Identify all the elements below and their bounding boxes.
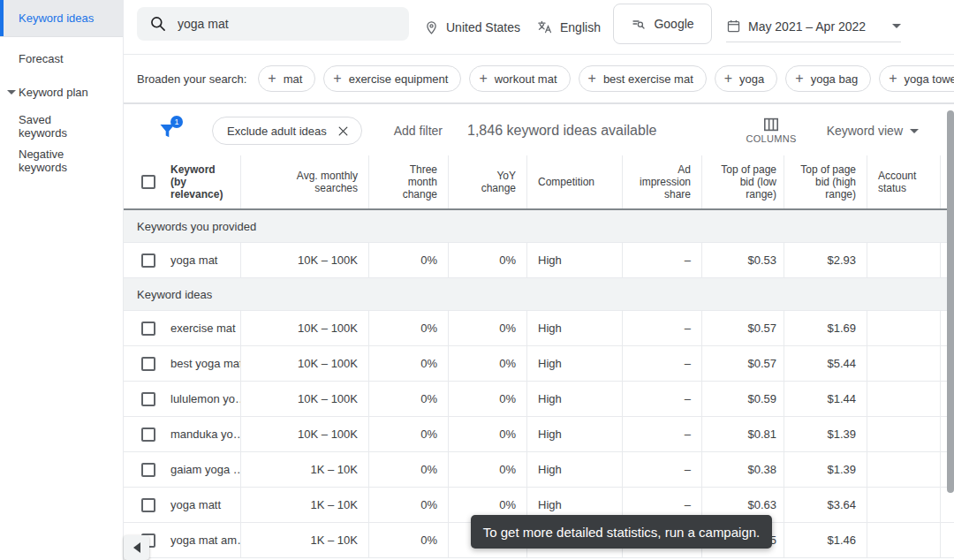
exclude-adult-ideas-chip[interactable]: Exclude adult ideas: [212, 117, 362, 145]
cell-bid_low: $0.81: [702, 417, 784, 451]
plus-icon: +: [588, 72, 596, 86]
row-checkbox[interactable]: [141, 498, 155, 512]
cell-bid_high: $3.64: [784, 488, 867, 522]
cell-keyword: yoga matt: [163, 488, 241, 522]
broaden-chip-yoga-bag[interactable]: +yoga bag: [785, 65, 871, 92]
cell-searches: 1K – 10K: [241, 488, 369, 522]
broaden-search-row: Broaden your search: +mat+exercise equip…: [124, 55, 954, 102]
cell-account: [867, 243, 941, 277]
row-checkbox[interactable]: [141, 463, 155, 477]
cell-searches: 1K – 10K: [241, 452, 369, 487]
date-range-selector[interactable]: May 2021 – Apr 2022: [726, 12, 901, 42]
location-selector[interactable]: United States: [424, 0, 520, 55]
language-value: English: [560, 20, 601, 34]
column-header-competition[interactable]: Competition: [527, 155, 623, 208]
cell-bid_high: $1.39: [784, 452, 867, 487]
columns-label: COLUMNS: [746, 133, 797, 144]
cell-bid_high: $1.46: [784, 523, 867, 557]
add-filter-button[interactable]: Add filter: [394, 124, 443, 138]
cell-keyword: yoga mat am…: [163, 523, 241, 557]
row-checkbox[interactable]: [141, 428, 155, 442]
row-checkbox-cell: [124, 346, 163, 381]
keyword-view-selector[interactable]: Keyword view: [827, 124, 919, 138]
search-row: United States English Google: [124, 0, 954, 55]
column-header-keyword[interactable]: Keyword (by relevance): [163, 155, 241, 208]
row-checkbox[interactable]: [141, 357, 155, 371]
cell-keyword: yoga mat: [163, 243, 241, 277]
cell-keyword: best yoga mat: [163, 346, 241, 381]
row-checkbox[interactable]: [141, 254, 155, 268]
chip-label: best exercise mat: [603, 72, 693, 86]
vertical-scrollbar[interactable]: [947, 110, 954, 493]
search-icon: [149, 15, 167, 33]
cell-bid_low: $0.38: [702, 452, 784, 487]
cell-searches: 10K – 100K: [241, 311, 369, 345]
chip-label: workout mat: [495, 72, 557, 86]
column-header-ad_share[interactable]: Ad impression share: [623, 155, 702, 208]
cell-three_month: 0%: [369, 417, 449, 451]
filter-chip-label: Exclude adult ideas: [227, 125, 327, 138]
close-icon[interactable]: [337, 125, 349, 137]
search-input[interactable]: [178, 17, 381, 31]
sidebar-item-keyword-ideas[interactable]: Keyword ideas: [0, 0, 123, 37]
network-selector[interactable]: Google: [613, 4, 712, 44]
cell-competition: High: [527, 311, 623, 345]
sidebar-item-saved-keywords[interactable]: Saved keywords: [0, 114, 123, 139]
cell-bid_low: $0.59: [702, 382, 784, 416]
row-checkbox[interactable]: [141, 392, 155, 406]
broaden-chip-yoga-towel[interactable]: +yoga towel: [879, 65, 954, 92]
broaden-chip-yoga[interactable]: +yoga: [715, 65, 778, 92]
location-pin-icon: [424, 20, 439, 35]
cell-keyword: exercise mat: [163, 311, 241, 345]
plus-icon: +: [889, 72, 897, 86]
section-label: Keywords you provided: [137, 220, 256, 233]
language-selector[interactable]: English: [537, 0, 601, 55]
cell-competition: High: [527, 417, 623, 451]
keyword-row[interactable]: gaiam yoga …1K – 10K0%0%High–$0.38$1.39: [124, 452, 954, 488]
cell-yoy: 0%: [449, 243, 527, 277]
broaden-chip-exercise-equipment[interactable]: +exercise equipment: [323, 65, 461, 92]
filter-funnel-button[interactable]: 1: [157, 120, 178, 141]
column-header-account[interactable]: Account status: [867, 155, 941, 208]
plus-icon: +: [479, 72, 487, 86]
sidebar-item-label: Keyword plan: [19, 86, 88, 99]
keyword-row[interactable]: exercise mat10K – 100K0%0%High–$0.57$1.6…: [124, 311, 954, 346]
toast-message: To get more detailed statistics, run a c…: [483, 525, 761, 540]
broaden-chip-best-exercise-mat[interactable]: +best exercise mat: [579, 65, 707, 92]
columns-button[interactable]: COLUMNS: [746, 117, 797, 144]
filter-count-badge: 1: [170, 116, 183, 128]
column-header-yoy[interactable]: YoY change: [449, 155, 527, 208]
scroll-left-button[interactable]: [124, 535, 149, 560]
column-header-bid_high[interactable]: Top of page bid (high range): [784, 155, 867, 208]
keyword-search-box[interactable]: [137, 7, 409, 41]
sidebar-item-negative-keywords[interactable]: Negative keywords: [0, 148, 123, 173]
broaden-chip-mat[interactable]: +mat: [258, 65, 315, 92]
cell-three_month: 0%: [369, 346, 449, 381]
column-header-bid_low[interactable]: Top of page bid (low range): [702, 155, 784, 208]
cell-account: [867, 452, 941, 487]
keyword-row[interactable]: lululemon yo…10K – 100K0%0%High–$0.59$1.…: [124, 382, 954, 417]
select-all-checkbox[interactable]: [141, 175, 155, 189]
cell-searches: 1K – 10K: [241, 523, 369, 557]
cell-yoy: 0%: [449, 417, 527, 451]
keyword-row[interactable]: best yoga mat10K – 100K0%0%High–$0.57$5.…: [124, 346, 954, 382]
sidebar-item-forecast[interactable]: Forecast: [0, 46, 123, 71]
columns-icon: [762, 117, 780, 132]
sidebar-item-label: Forecast: [19, 52, 64, 65]
cell-ad_share: –: [623, 243, 702, 277]
row-checkbox[interactable]: [141, 322, 155, 336]
column-header-searches[interactable]: Avg. monthly searches: [241, 155, 369, 208]
keyword-row[interactable]: yoga mat10K – 100K0%0%High–$0.53$2.93: [124, 243, 954, 278]
broaden-label: Broaden your search:: [137, 72, 246, 86]
keyword-row[interactable]: manduka yo…10K – 100K0%0%High–$0.81$1.39: [124, 417, 954, 452]
broaden-chip-workout-mat[interactable]: +workout mat: [469, 65, 570, 92]
sidebar-item-keyword-plan[interactable]: Keyword plan: [0, 79, 123, 104]
keyword-planner-page: Keyword ideasForecastKeyword planSaved k…: [0, 0, 954, 560]
sidebar-item-label: Negative keywords: [19, 148, 100, 174]
cell-competition: High: [527, 452, 623, 487]
cell-account: [867, 488, 941, 522]
column-header-three_month[interactable]: Three month change: [369, 155, 449, 208]
broaden-chips: +mat+exercise equipment+workout mat+best…: [258, 65, 954, 92]
cell-yoy: 0%: [449, 452, 527, 487]
row-checkbox-cell: [124, 243, 163, 277]
